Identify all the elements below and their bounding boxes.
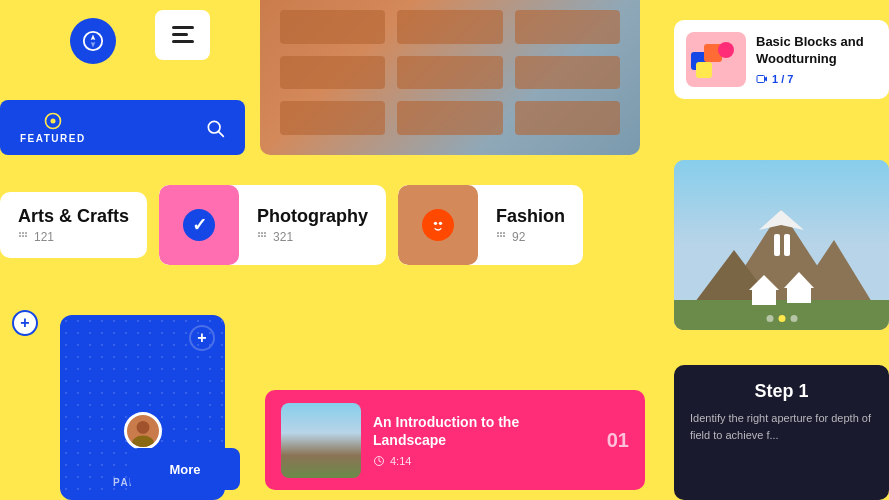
svg-point-28 <box>434 222 437 225</box>
course-card[interactable]: An Introduction to the Landscape 4:14 01 <box>265 390 645 490</box>
svg-rect-19 <box>19 235 21 237</box>
svg-rect-45 <box>787 288 811 303</box>
slide-dots <box>766 315 797 322</box>
photography-text: Photography 321 <box>239 192 386 258</box>
menu-icon <box>172 26 194 44</box>
duration-text: 4:14 <box>390 455 411 467</box>
lesson-count: 1 / 7 <box>756 73 877 85</box>
window <box>280 10 385 44</box>
svg-marker-1 <box>91 35 96 41</box>
menu-card[interactable] <box>155 10 210 60</box>
blocks-3d-icon <box>686 32 741 82</box>
svg-rect-5 <box>172 40 194 43</box>
fashion-thumb <box>398 185 478 265</box>
window <box>280 101 385 135</box>
search-icon <box>205 118 225 138</box>
svg-rect-12 <box>696 62 712 78</box>
svg-point-7 <box>50 119 55 124</box>
svg-rect-33 <box>497 235 499 237</box>
svg-rect-24 <box>264 232 266 234</box>
checkmark-circle: ✓ <box>183 209 215 241</box>
compass-button[interactable] <box>70 18 116 64</box>
mountain-video-card[interactable] <box>674 160 889 330</box>
window <box>515 10 620 44</box>
svg-point-46 <box>136 420 149 433</box>
featured-section: FEATURED <box>20 111 86 144</box>
top-left-area: FEATURED <box>0 0 260 170</box>
course-duration: 4:14 <box>373 455 595 467</box>
star-icon <box>43 111 63 131</box>
grid-icon-3 <box>496 231 508 243</box>
basic-blocks-card[interactable]: Basic Blocks and Woodturning 1 / 7 <box>674 20 889 99</box>
dot-3[interactable] <box>790 315 797 322</box>
arts-crafts-title: Arts & Crafts <box>18 206 129 227</box>
fashion-count-text: 92 <box>512 230 525 244</box>
dot-1[interactable] <box>766 315 773 322</box>
more-button[interactable]: More <box>130 448 240 490</box>
add-right-button[interactable]: + <box>189 325 215 351</box>
svg-rect-21 <box>25 235 27 237</box>
category-arts-crafts[interactable]: Arts & Crafts 121 <box>0 192 147 258</box>
featured-bar[interactable]: FEATURED <box>0 100 245 155</box>
painter-avatar <box>124 412 162 450</box>
lesson-count-text: 1 / 7 <box>772 73 793 85</box>
svg-rect-25 <box>258 235 260 237</box>
course-title: An Introduction to the Landscape <box>373 413 595 449</box>
photography-thumb: ✓ <box>159 185 239 265</box>
category-photography[interactable]: ✓ Photography 321 <box>159 185 386 265</box>
dot-2[interactable] <box>778 315 785 322</box>
fashion-count: 92 <box>496 230 565 244</box>
avatar-image <box>127 414 159 449</box>
course-number: 01 <box>607 429 629 452</box>
basic-blocks-thumbnail <box>686 32 746 87</box>
clock-icon <box>373 455 385 467</box>
svg-rect-34 <box>500 235 502 237</box>
svg-marker-2 <box>91 42 96 47</box>
svg-rect-27 <box>264 235 266 237</box>
step-card[interactable]: Step 1 Identify the right aperture for d… <box>674 365 889 500</box>
fashion-title: Fashion <box>496 206 565 227</box>
compass-icon <box>82 30 104 52</box>
video-icon <box>756 73 768 85</box>
building-windows <box>260 0 640 155</box>
svg-rect-32 <box>503 232 505 234</box>
svg-rect-35 <box>503 235 505 237</box>
fashion-text: Fashion 92 <box>478 192 583 258</box>
step-description: Identify the right aperture for depth of… <box>690 410 873 443</box>
svg-rect-20 <box>22 235 24 237</box>
svg-rect-4 <box>172 33 188 36</box>
smiley-icon <box>428 215 448 235</box>
svg-rect-30 <box>497 232 499 234</box>
svg-rect-23 <box>261 232 263 234</box>
window <box>397 56 502 90</box>
featured-label: FEATURED <box>20 133 86 144</box>
svg-point-29 <box>439 222 442 225</box>
photography-count-text: 321 <box>273 230 293 244</box>
window <box>515 101 620 135</box>
window <box>280 56 385 90</box>
window <box>397 10 502 44</box>
svg-rect-3 <box>172 26 194 29</box>
svg-rect-43 <box>752 290 776 305</box>
basic-blocks-title: Basic Blocks and Woodturning <box>756 34 877 68</box>
category-fashion[interactable]: Fashion 92 <box>398 185 583 265</box>
svg-rect-31 <box>500 232 502 234</box>
pause-bar-left <box>774 234 780 256</box>
category-row: Arts & Crafts 121 ✓ Photography <box>0 185 583 265</box>
pause-button[interactable] <box>774 234 790 256</box>
add-left-button[interactable]: + <box>12 310 38 336</box>
grid-icon <box>18 231 30 243</box>
course-image <box>281 403 361 478</box>
svg-rect-26 <box>261 235 263 237</box>
basic-blocks-info: Basic Blocks and Woodturning 1 / 7 <box>756 34 877 85</box>
arts-crafts-count: 121 <box>18 230 129 244</box>
arts-crafts-count-text: 121 <box>34 230 54 244</box>
svg-point-47 <box>132 435 154 448</box>
mountain-image <box>674 160 889 330</box>
svg-rect-16 <box>19 232 21 234</box>
photography-title: Photography <box>257 206 368 227</box>
window <box>515 56 620 90</box>
grid-icon-2 <box>257 231 269 243</box>
svg-point-13 <box>718 42 734 58</box>
building-image <box>260 0 640 155</box>
